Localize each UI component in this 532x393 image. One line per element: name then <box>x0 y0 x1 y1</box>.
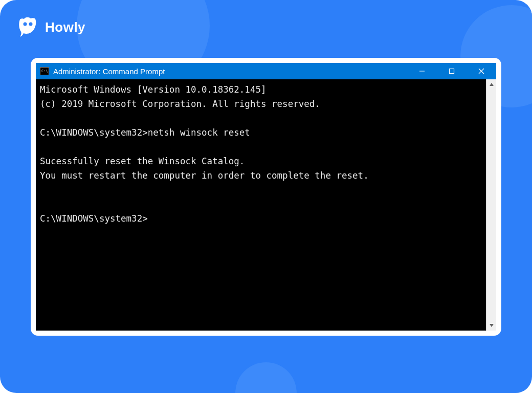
svg-rect-3 <box>450 69 454 74</box>
terminal-area: Microsoft Windows [Version 10.0.18362.14… <box>36 79 496 331</box>
vertical-scrollbar[interactable] <box>486 79 496 331</box>
svg-marker-6 <box>490 83 494 86</box>
maximize-button[interactable] <box>437 63 467 79</box>
brand-logo: Howly <box>18 16 85 38</box>
screenshot-container: C:\. Administrator: Command Prompt Mic <box>31 58 501 336</box>
close-button[interactable] <box>467 63 496 79</box>
owl-icon <box>18 16 40 38</box>
svg-marker-7 <box>490 324 494 327</box>
decorative-circle <box>235 362 297 393</box>
window-title: Administrator: Command Prompt <box>53 67 407 76</box>
scroll-track[interactable] <box>486 90 496 320</box>
cmd-icon: C:\. <box>40 67 49 75</box>
minimize-button[interactable] <box>407 63 437 79</box>
window-titlebar[interactable]: C:\. Administrator: Command Prompt <box>36 63 496 79</box>
window-controls <box>407 63 496 79</box>
command-prompt-window: C:\. Administrator: Command Prompt Mic <box>36 63 496 331</box>
svg-point-1 <box>29 23 33 26</box>
brand-name: Howly <box>45 19 85 35</box>
terminal-output[interactable]: Microsoft Windows [Version 10.0.18362.14… <box>36 79 486 331</box>
scroll-up-button[interactable] <box>486 79 496 90</box>
svg-point-0 <box>24 23 27 26</box>
scroll-down-button[interactable] <box>486 320 496 331</box>
branded-card: Howly C:\. Administrator: Command Prompt <box>0 0 532 393</box>
